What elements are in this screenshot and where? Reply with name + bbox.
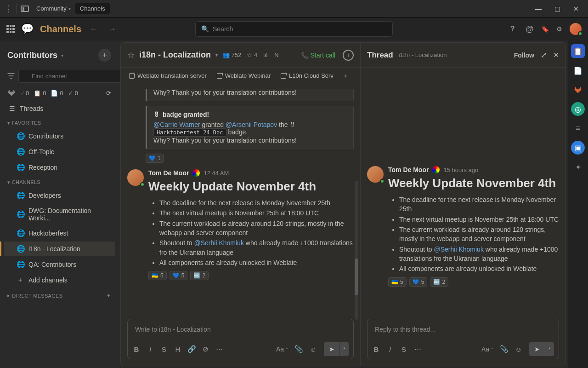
bold-icon[interactable]: B	[372, 345, 380, 353]
pinned-tab[interactable]: Weblate translation server	[125, 70, 210, 81]
link-icon[interactable]: 🔗	[187, 345, 196, 353]
filter-icon[interactable]	[7, 73, 15, 79]
reaction[interactable]: 💙5	[409, 277, 428, 287]
close-icon[interactable]: ✕	[573, 5, 579, 12]
mention[interactable]: @Serhii Khomiuk	[434, 246, 484, 253]
reaction[interactable]: 💙5	[170, 271, 188, 280]
channels-section-label[interactable]: ▾ CHANNELS	[4, 176, 115, 187]
mention[interactable]: @Arsenii Potapov	[226, 121, 277, 128]
reaction[interactable]: 🔤2	[430, 277, 448, 287]
favorites-section-label[interactable]: ▾ FAVORITES	[4, 116, 115, 128]
sidebar-item-qa[interactable]: 🌐QA: Contributors	[4, 257, 115, 272]
favorite-star-icon[interactable]: ☆	[127, 50, 135, 60]
author-name[interactable]: Tom De Moor	[388, 166, 429, 173]
follow-button[interactable]: Follow	[514, 52, 534, 59]
rail-gitlab-icon[interactable]	[571, 83, 585, 97]
gitlab-fox-icon[interactable]	[7, 88, 16, 98]
search-input[interactable]: 🔍 Search	[195, 21, 393, 37]
find-channel-input[interactable]	[18, 69, 123, 83]
tab-channels[interactable]: Channels	[75, 3, 110, 14]
pinned-tab[interactable]: L10n Cloud Serv	[277, 70, 337, 81]
doc-count[interactable]: 📄 0	[51, 90, 63, 97]
strike-icon[interactable]: S	[400, 345, 408, 353]
rail-docs-icon[interactable]: 📄	[571, 63, 585, 77]
emoji-icon[interactable]: ☺	[309, 345, 317, 353]
sidebar-item-offtopic[interactable]: 🌐Off-Topic	[4, 144, 115, 159]
message-list[interactable]: Why? Thank you for your translation cont…	[121, 84, 360, 315]
author-name[interactable]: Tom De Moor	[148, 169, 189, 177]
italic-icon[interactable]: I	[386, 345, 394, 353]
heading-icon[interactable]: H	[174, 345, 182, 353]
sidebar-item-contributors[interactable]: 🌐Contributors	[4, 129, 115, 144]
italic-icon[interactable]: I	[146, 345, 154, 353]
more-icon[interactable]: ⋯	[215, 345, 223, 353]
apps-grid-icon[interactable]	[6, 25, 15, 33]
reaction[interactable]: 🇺🇦5	[148, 271, 167, 280]
author-avatar[interactable]	[127, 169, 144, 186]
sidebar-item-hacktoberfest[interactable]: 🌐Hacktoberfest	[4, 226, 115, 241]
close-icon[interactable]: ✕	[553, 51, 559, 59]
channel-title[interactable]: i18n - Localization	[139, 50, 211, 60]
maximize-icon[interactable]: ▢	[554, 5, 560, 12]
minimize-icon[interactable]: —	[535, 5, 542, 12]
reaction[interactable]: 💙1	[146, 154, 164, 163]
starred-count[interactable]: ☆ 4	[247, 52, 257, 58]
format-toggle[interactable]: Aa ˄	[481, 345, 493, 353]
member-count[interactable]: 👥 752	[222, 52, 241, 58]
user-avatar[interactable]	[570, 23, 582, 35]
add-channels[interactable]: ＋Add channels	[4, 273, 115, 288]
settings-icon[interactable]: ⚙	[556, 25, 562, 33]
priority-icon[interactable]: ⊘	[201, 345, 209, 353]
send-button[interactable]: ➤	[324, 342, 339, 356]
author-avatar[interactable]	[367, 166, 384, 183]
sidebar-item-dwg[interactable]: 🌐DWG: Documentation Worki...	[4, 204, 115, 225]
mentions-icon[interactable]: @	[526, 24, 534, 34]
direct-messages-section-label[interactable]: ▸ DIRECT MESSAGES＋	[4, 288, 115, 301]
sidebar-item-i18n[interactable]: 🌐i18n - Localization	[4, 242, 115, 256]
layout-icon[interactable]	[21, 6, 29, 12]
tab-community[interactable]: Community ▾	[32, 3, 75, 14]
sidebar-item-reception[interactable]: 🌐Reception	[4, 160, 115, 175]
refresh-icon[interactable]: ⟳	[106, 90, 111, 97]
rail-notes-icon[interactable]: 📋	[571, 44, 585, 58]
start-call-button[interactable]: 📞 Start call	[301, 52, 335, 59]
review-count[interactable]: ✓ 0	[68, 90, 78, 97]
attach-icon[interactable]: 📎	[294, 345, 303, 353]
back-button[interactable]: ←	[88, 24, 100, 34]
todo-count[interactable]: 📋 0	[34, 90, 46, 97]
composer-input[interactable]: Write to i18n - Localization	[128, 319, 353, 339]
pinned-tab[interactable]: Weblate Webinar	[213, 70, 274, 81]
reaction[interactable]: 🇺🇦5	[388, 277, 407, 287]
send-options[interactable]: ˅	[545, 342, 554, 356]
send-options[interactable]: ˅	[339, 342, 349, 356]
send-button[interactable]: ➤	[529, 342, 545, 356]
emoji-icon[interactable]: ☺	[514, 345, 523, 353]
rail-sparkle-icon[interactable]: ✦	[571, 160, 585, 174]
add-pinned-icon[interactable]: ＋	[340, 72, 351, 80]
bookmark-icon[interactable]: 🔖	[541, 25, 549, 33]
bold-icon[interactable]: B	[132, 345, 141, 353]
reaction[interactable]: 🔤2	[190, 271, 209, 280]
thread-composer-input[interactable]: Reply to this thread...	[368, 319, 559, 339]
rail-list-icon[interactable]: ≡	[571, 121, 585, 135]
chevron-down-icon[interactable]: ▾	[215, 52, 218, 58]
expand-icon[interactable]: ⤢	[541, 51, 547, 59]
scrollbar[interactable]	[355, 181, 358, 320]
mention[interactable]: @Serhii Khomiuk	[194, 239, 244, 247]
help-icon[interactable]: ?	[507, 23, 518, 34]
workspace-header[interactable]: Contributors ▾ +	[4, 44, 115, 66]
rail-status-icon[interactable]: ◎	[571, 102, 585, 116]
mention[interactable]: @Carrie Warner	[153, 121, 200, 128]
channel-info-icon[interactable]: i	[343, 50, 354, 61]
rail-video-icon[interactable]: ▣	[571, 141, 585, 155]
forward-button[interactable]: →	[106, 24, 118, 34]
plus-icon[interactable]: ＋	[106, 292, 111, 299]
compose-button[interactable]: +	[98, 49, 111, 62]
more-icon[interactable]: ⋯	[413, 345, 422, 353]
thread-messages[interactable]: Tom De Moor 15 hours ago Weekly Update N…	[361, 68, 565, 315]
sidebar-item-developers[interactable]: 🌐Developers	[4, 188, 115, 203]
attach-icon[interactable]: 📎	[500, 345, 508, 353]
strike-icon[interactable]: S	[160, 345, 168, 353]
notes-icon[interactable]: 🗎	[263, 52, 269, 58]
merge-requests-count[interactable]: ⑂ 0	[20, 90, 29, 97]
